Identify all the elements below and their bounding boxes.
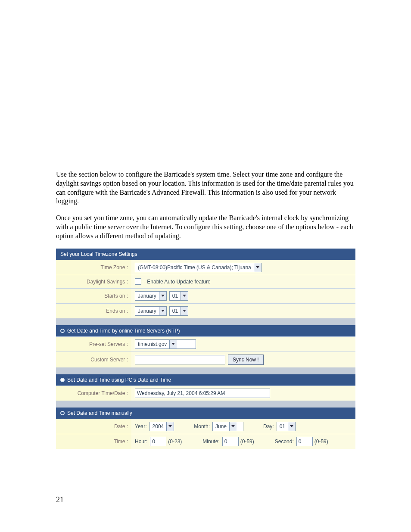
chevron-down-icon [166,422,174,431]
hour-input[interactable]: 0 [150,437,166,446]
row-custom-server: Custom Server : Sync Now ! [56,352,355,367]
timezone-select[interactable]: (GMT-08:00)Pacific Time (US & Canada); T… [135,263,262,272]
radio-ntp[interactable] [60,329,65,333]
label-hour: Hour: [135,439,147,445]
month-select[interactable]: June [212,422,243,431]
computer-time-input[interactable]: Wednesday, July 21, 2004 6:05:29 AM [135,389,270,398]
custom-server-input[interactable] [135,355,225,364]
ends-month-value: January [135,307,159,315]
label-timezone: Time Zone : [56,260,131,275]
label-custom-server: Custom Server : [56,352,131,367]
ends-day-value: 01 [170,307,181,315]
preset-server-value: time.nist.gov [135,340,169,348]
label-preset-servers: Pre-set Servers : [56,337,131,352]
chevron-down-icon [288,422,295,431]
section-header-ntp[interactable]: Get Date and Time by online Time Servers… [56,325,355,336]
day-value: 01 [277,422,288,431]
ends-month-select[interactable]: January [135,306,167,316]
row-timezone: Time Zone : (GMT-08:00)Pacific Time (US … [56,260,355,275]
label-second: Second: [275,439,294,445]
chevron-down-icon [181,292,188,300]
chevron-down-icon [254,263,261,272]
second-range: (0-59) [314,439,328,445]
section-header-timezone: Set your Local Timezone Settings [56,249,355,260]
year-select[interactable]: 2004 [149,422,174,431]
label-ends-on: Ends on : [56,304,131,318]
section-header-manual[interactable]: Set Date and Time manually [56,408,355,419]
starts-day-value: 01 [170,292,181,300]
hour-range: (0-23) [168,439,182,445]
intro-paragraph-2: Once you set you time zone, you can auto… [56,214,355,240]
label-manual-time: Time : [56,434,131,449]
label-minute: Minute: [202,439,219,445]
sync-now-button[interactable]: Sync Now ! [228,355,264,365]
minute-input[interactable]: 0 [222,437,239,446]
chevron-down-icon [229,422,237,431]
starts-day-select[interactable]: 01 [169,291,188,301]
preset-server-select[interactable]: time.nist.gov [135,339,196,349]
minute-range: (0-59) [240,439,254,445]
month-value: June [213,422,229,431]
section-spacer [56,401,355,408]
row-daylight: Daylight Savings : - Enable Auto Update … [56,275,355,288]
row-manual-date: Date : Year: 2004 Month: June [56,419,355,434]
time-config-panel: Set your Local Timezone Settings Time Zo… [56,249,355,449]
section-header-pc[interactable]: Set Date and Time using PC's Date and Ti… [56,374,355,386]
label-year: Year: [135,423,147,429]
label-starts-on: Starts on : [56,289,131,303]
chevron-down-icon [181,307,188,315]
chevron-down-icon [159,292,166,300]
label-manual-date: Date : [56,419,131,434]
label-day: Day: [263,423,274,429]
page-number: 21 [56,495,64,504]
starts-month-select[interactable]: January [135,291,167,301]
intro-paragraph-1: Use the section below to configure the B… [56,170,355,206]
day-select[interactable]: 01 [277,422,296,431]
row-computer-time: Computer Time/Date : Wednesday, July 21,… [56,386,355,401]
radio-manual[interactable] [60,411,65,415]
section-title-timezone: Set your Local Timezone Settings [60,251,137,257]
row-preset-servers: Pre-set Servers : time.nist.gov [56,336,355,352]
label-computer-time: Computer Time/Date : [56,386,131,401]
section-title-ntp: Get Date and Time by online Time Servers… [67,328,180,334]
chevron-down-icon [169,340,177,348]
label-month: Month: [194,423,210,429]
ends-day-select[interactable]: 01 [169,306,188,316]
section-spacer [56,367,355,374]
row-ends-on: Ends on : January 01 [56,303,355,318]
daylight-checkbox-label: - Enable Auto Update feature [144,279,211,285]
second-input[interactable]: 0 [296,437,313,446]
daylight-checkbox[interactable] [135,278,141,285]
timezone-select-value: (GMT-08:00)Pacific Time (US & Canada); T… [135,263,254,272]
radio-pc[interactable] [60,378,65,382]
chevron-down-icon [159,307,166,315]
row-manual-time: Time : Hour: 0 (0-23) Minute: 0 (0-59) S… [56,434,355,449]
section-title-manual: Set Date and Time manually [67,410,132,416]
label-daylight: Daylight Savings : [56,275,131,288]
year-value: 2004 [150,422,167,431]
starts-month-value: January [135,292,159,300]
section-spacer [56,318,355,325]
row-starts-on: Starts on : January 01 [56,288,355,303]
section-title-pc: Set Date and Time using PC's Date and Ti… [67,377,171,383]
